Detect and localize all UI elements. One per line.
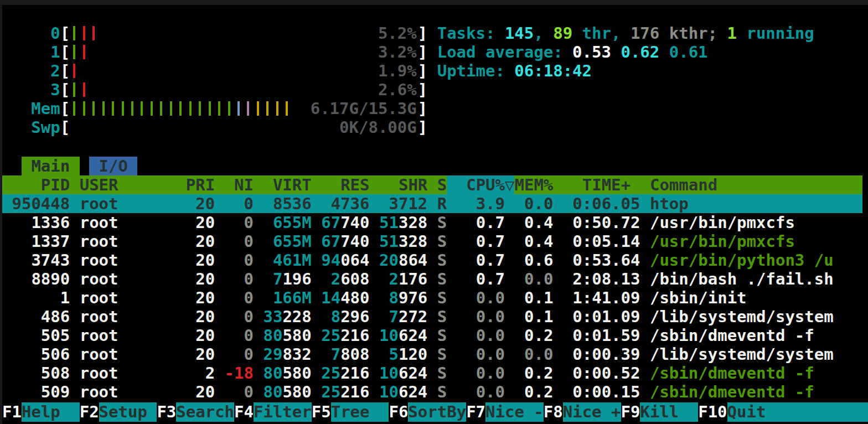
header-virt[interactable]: VIRT [263,175,311,194]
header-shr[interactable]: SHR [379,175,427,194]
virt-cell: 461M [263,251,311,270]
function-label-quit[interactable]: Quit [727,402,868,422]
meter-value: 6.17G/15.3G [311,99,417,118]
time-cell: 0:50.72 [553,213,650,232]
res-cell: 25 [321,364,340,382]
header-pid[interactable]: PID [2,175,70,194]
function-label-help[interactable]: Help [22,402,80,422]
info-text: 0.62 [621,43,659,61]
priority-cell: 20 [176,326,215,345]
meter-bar [73,64,75,78]
function-key-f5[interactable]: F5 [312,402,331,422]
command-cell: /sbin/init [650,288,747,307]
htop-terminal: 0[5.2%]1[3.2%]2[1.9%]3[2.6%]Mem[6.17G/15… [2,5,868,424]
process-row[interactable]: 505 root 20 0 80580 25216 10624 S 0.0 0.… [2,326,862,345]
header-user[interactable]: USER [80,175,177,194]
cpu-percent-cell: 0.0 [447,307,505,326]
mem-percent-cell: 0.0 [515,194,554,213]
shr-cell: 624 [399,364,427,382]
header-ni[interactable]: NI [215,175,254,194]
virt-cell: 29 [263,345,282,364]
header-time[interactable]: TIME+ [553,175,631,194]
function-key-f6[interactable]: F6 [389,402,408,422]
virt-cell: 166M [263,288,311,307]
header-state[interactable]: S [437,175,447,194]
meter-bar [228,101,230,116]
priority-cell: 20 [176,307,215,326]
pid-cell: 486 [2,307,70,326]
function-label-nice[interactable]: Nice + [563,402,621,422]
meter-bar [218,101,220,116]
meter-open-bracket: [ [60,24,70,43]
pid-cell: 505 [2,326,70,345]
function-label-setup[interactable]: Setup [99,402,157,422]
header-spacer [370,175,379,194]
process-row[interactable]: 8890 root 20 0 7196 2608 2176 S 0.7 0.0 … [2,270,862,288]
tab-main[interactable]: Main [22,157,80,175]
meter-bar [92,101,95,116]
nice-cell: 0 [215,382,254,401]
cpu-percent-cell: 0.7 [447,232,505,251]
virt-cell: 536 [282,194,311,213]
command-cell: htop [650,194,689,213]
res-cell: 25 [321,382,340,401]
header-pri[interactable]: PRI [176,175,215,194]
function-label-sortby[interactable]: SortBy [408,402,466,422]
meter-bar [83,26,85,40]
function-label-nice[interactable]: Nice - [485,402,544,422]
res-cell: 608 [340,270,369,288]
process-row[interactable]: 1 root 20 0 166M 14480 8976 S 0.0 0.1 1:… [2,288,862,307]
header-res[interactable]: RES [321,175,369,194]
virt-cell: 580 [282,326,311,345]
process-row[interactable]: 3743 root 20 0 461M 94064 20864 S 0.7 0.… [2,251,862,270]
meter-label: Swp [2,118,60,137]
nice-cell: 0 [215,194,254,213]
process-row[interactable]: 1337 root 20 0 655M 67740 51328 S 0.7 0.… [2,232,862,251]
function-label-tree[interactable]: Tree [331,402,389,422]
function-key-f3[interactable]: F3 [157,402,176,422]
header-mem[interactable]: MEM% [514,175,553,194]
function-label-filter[interactable]: Filter [254,402,312,422]
pid-cell: 1 [2,288,70,307]
function-key-f9[interactable]: F9 [621,402,640,422]
virt-cell: 196 [282,270,311,288]
process-row[interactable]: 508 root 2 -18 80580 25216 10624 S 0.0 0… [2,364,862,382]
state-cell: S [437,307,447,326]
process-row[interactable]: 506 root 20 0 29832 7808 5120 S 0.0 0.0 … [2,345,862,364]
function-key-f10[interactable]: F10 [698,402,727,422]
info-text [659,43,669,61]
function-key-f7[interactable]: F7 [466,402,485,422]
state-cell: S [437,251,447,270]
header-cpu-sorted[interactable]: CPU%▽ [447,175,514,194]
process-row[interactable]: 509 root 20 0 80580 25216 10624 S 0.0 0.… [2,382,862,401]
function-label-search[interactable]: Search [176,402,234,422]
priority-cell: 20 [176,288,215,307]
meter-open-bracket: [ [60,43,70,61]
function-key-f8[interactable]: F8 [544,402,563,422]
function-label-kill[interactable]: Kill [640,402,698,422]
cpu-percent-cell: 0.0 [447,345,505,364]
time-cell: 0:01.09 [553,307,650,326]
tab-io[interactable]: I/O [89,157,137,175]
meter-bar-area: 6.17G/15.3G [70,99,418,118]
function-key-f2[interactable]: F2 [80,402,99,422]
res-cell: 4 [321,194,340,213]
mem-percent-cell: 0.0 [515,270,554,288]
res-cell: 808 [340,345,369,364]
shr-cell: 51 [379,232,399,251]
shr-cell: 10 [379,382,399,401]
nice-cell: -18 [215,364,254,382]
res-cell: 2 [321,270,340,288]
res-cell: 67 [321,232,340,251]
header-command[interactable]: Command [650,175,717,194]
function-key-f1[interactable]: F1 [2,402,22,422]
meter-bar-area: 5.2% [70,24,418,43]
process-row[interactable]: 1336 root 20 0 655M 67740 51328 S 0.7 0.… [2,213,862,232]
time-cell: 0:00.39 [553,345,650,364]
process-row[interactable]: 486 root 20 0 33228 8296 7272 S 0.0 0.1 … [2,307,862,326]
process-row[interactable]: 950448 root 20 0 8536 4736 3712 R 3.9 0.… [2,194,862,213]
function-key-f4[interactable]: F4 [234,402,254,422]
shr-cell: 20 [379,251,399,270]
meter-close-bracket: ] [418,118,427,137]
mem-percent-cell: 0.2 [515,326,554,345]
